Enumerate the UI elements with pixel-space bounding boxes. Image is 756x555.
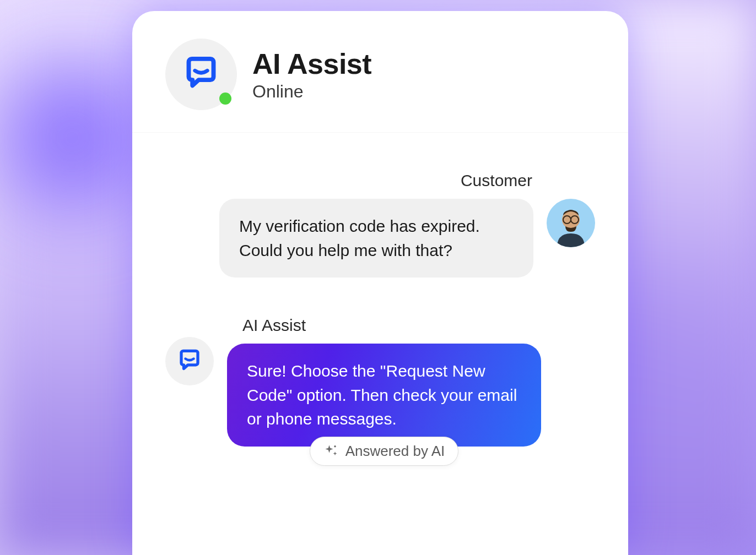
chat-status: Online xyxy=(252,81,371,102)
ai-message-bubble: Sure! Choose the "Request New Code" opti… xyxy=(227,344,541,447)
answered-by-ai-badge: Answered by AI xyxy=(310,437,459,466)
customer-label: Customer xyxy=(165,171,532,190)
online-status-dot xyxy=(219,92,231,105)
ai-label: AI Assist xyxy=(242,316,541,335)
customer-message-bubble: My verification code has expired. Could … xyxy=(219,199,533,278)
ai-message-block: AI Assist Sure! Choose the "Request New … xyxy=(165,316,595,466)
header-text: AI Assist Online xyxy=(252,47,371,102)
customer-message-block: Customer My verification code has expire… xyxy=(165,171,595,278)
chat-widget: AI Assist Online Customer My verificatio… xyxy=(132,11,628,555)
chat-header: AI Assist Online xyxy=(132,11,628,133)
chat-body: Customer My verification code has expire… xyxy=(132,133,628,488)
customer-avatar xyxy=(547,199,595,247)
bot-avatar xyxy=(165,39,237,110)
svg-point-4 xyxy=(334,445,336,448)
chat-title: AI Assist xyxy=(252,47,371,80)
chat-bubble-icon xyxy=(181,55,221,94)
ai-avatar xyxy=(165,337,214,385)
person-avatar-icon xyxy=(549,203,593,247)
chat-bubble-icon xyxy=(176,348,203,374)
sparkle-icon xyxy=(323,443,339,459)
ai-badge-text: Answered by AI xyxy=(345,443,445,460)
